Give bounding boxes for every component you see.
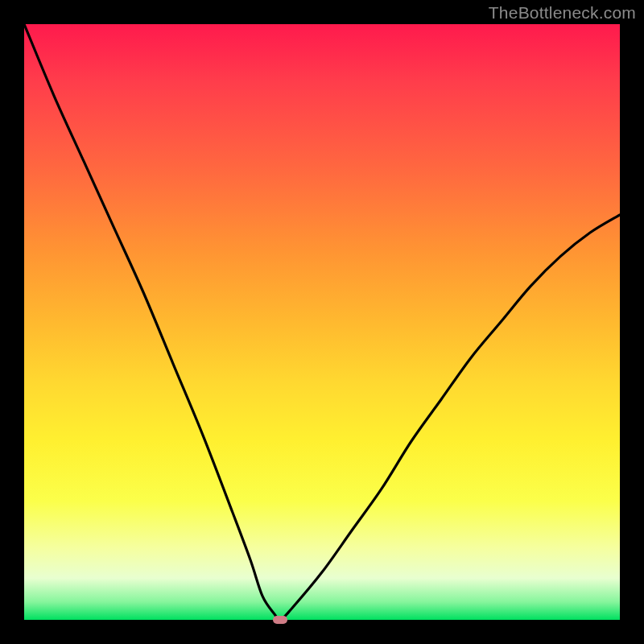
chart-frame: TheBottleneck.com	[0, 0, 644, 644]
bottleneck-curve	[24, 24, 620, 620]
watermark-text: TheBottleneck.com	[489, 3, 636, 23]
plot-area	[24, 24, 620, 620]
optimal-point-marker	[273, 616, 287, 624]
